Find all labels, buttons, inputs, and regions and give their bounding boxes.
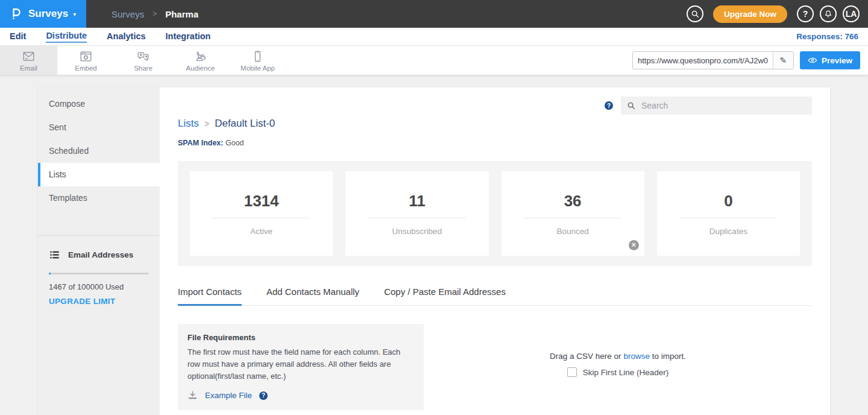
example-file-link[interactable]: Example File [205,391,252,400]
file-requirements-box: File Requirements The first row must hav… [178,324,424,410]
header-actions: Upgrade Now ? LA [687,0,868,28]
survey-url-input[interactable] [633,52,773,69]
breadcrumb-current-survey: Pharma [165,9,198,19]
stat-divider [368,218,465,218]
chevron-down-icon: ▾ [73,11,76,17]
download-icon[interactable] [187,390,198,401]
upgrade-limit-link[interactable]: UPGRADE LIMIT [49,297,115,306]
search-icon[interactable] [687,5,703,22]
toolbar-item[interactable]: Embed [57,46,115,75]
product-switcher[interactable]: Surveys ▾ [0,0,86,28]
notifications-bell-icon[interactable] [820,5,837,22]
usage-progress-bar [49,273,149,274]
help-icon[interactable]: ? [797,5,814,22]
stat-value: 36 [564,192,582,211]
stat-card: 36 Bounced × [502,171,644,256]
questionpro-logo-icon [10,7,23,21]
clear-bounced-icon[interactable]: × [629,240,639,250]
search-row: ? [178,97,812,115]
email-sidebar: Compose Sent Scheduled Lists Templates E… [38,87,160,415]
toolbar-item[interactable]: Share [115,46,172,75]
stat-divider [680,218,777,218]
import-tabs: Import Contacts Add Contacts Manually Co… [178,287,812,306]
app-header: Surveys ▾ Surveys > Pharma Upgrade Now ?… [0,0,868,28]
help-icon[interactable]: ? [259,391,268,400]
responses-count[interactable]: Responses: 766 [796,32,858,41]
email-addresses-section: Email Addresses 1467 of 100000 Used UPGR… [38,236,160,306]
eye-icon [808,55,817,65]
import-content: File Requirements The first row must hav… [178,324,812,410]
breadcrumb-separator: > [153,10,157,18]
lists-main-panel: ? Lists > Default List-0 SPAM Index: Goo… [160,87,830,415]
toolbar-right: ✎ Preview [632,46,868,75]
share-icon [137,50,149,63]
toolbar-item[interactable]: Mobile App [229,46,286,75]
stat-value: 1314 [244,192,279,211]
help-icon[interactable]: ? [605,101,613,110]
breadcrumb-surveys-link[interactable]: Surveys [112,9,144,19]
sidebar-item[interactable]: Scheduled [38,139,160,163]
import-tab[interactable]: Copy / Paste Email Addresses [384,287,506,306]
nav-tab[interactable]: Analytics [107,31,145,42]
upgrade-now-button[interactable]: Upgrade Now [713,5,787,23]
nav-tab[interactable]: Integration [166,31,211,42]
list-stats-panel: 1314 Active 11 Unsubscribed 36 [178,161,812,266]
file-requirements-body: The first row must have the field name f… [187,346,414,382]
search-icon [627,101,635,110]
distribute-toolbar: Email Embed Share $ Audience Mobile App … [0,46,868,75]
sidebar-item[interactable]: Compose [38,92,160,116]
stat-label: Active [250,227,272,236]
stat-card: 11 Unsubscribed [345,171,488,256]
browse-link[interactable]: browse [623,352,650,361]
nav-tab[interactable]: Edit [10,31,26,42]
skip-first-line-row: Skip First Line (Header) [567,367,669,377]
current-list-name: Default List-0 [215,118,275,130]
stat-divider [524,218,621,218]
stat-card: 1314 Active [190,171,333,256]
stat-divider [213,218,310,218]
product-label: Surveys [28,8,68,20]
search-input[interactable] [621,97,812,115]
stat-label: Bounced [556,227,588,236]
list-breadcrumb: Lists > Default List-0 [178,118,812,130]
dropzone-text: Drag a CSV here or browse to import. [424,352,812,361]
spam-index-row: SPAM Index: Good [178,139,812,147]
toolbar-item[interactable]: Email [0,46,57,75]
mobile-app-icon [251,50,264,63]
survey-url-group: ✎ [632,51,794,69]
sidebar-item[interactable]: Sent [38,116,160,139]
sidebar-item[interactable]: Lists [38,163,160,186]
file-requirements-title: File Requirements [187,333,414,342]
search-box [621,97,812,115]
avatar[interactable]: LA [843,5,860,22]
csv-dropzone[interactable]: Drag a CSV here or browse to import. Ski… [424,324,812,410]
stat-value: 0 [724,192,732,211]
lists-link[interactable]: Lists [178,118,199,130]
breadcrumb: Surveys > Pharma [112,0,198,28]
stat-card: 0 Duplicates [657,171,800,256]
usage-text: 1467 of 100000 Used [49,282,149,291]
stat-label: Unsubscribed [392,227,442,236]
skip-first-line-label: Skip First Line (Header) [583,368,669,377]
stat-label: Duplicates [709,227,747,236]
import-tab[interactable]: Import Contacts [178,287,242,306]
spam-index-label[interactable]: SPAM Index: [178,139,223,147]
list-icon [49,249,60,261]
email-addresses-title: Email Addresses [68,250,133,259]
import-tab[interactable]: Add Contacts Manually [266,287,359,306]
email-icon [22,50,35,63]
embed-icon [80,50,92,63]
spam-index-value: Good [225,139,244,147]
edit-url-pencil-icon[interactable]: ✎ [773,52,793,69]
skip-first-line-checkbox[interactable] [567,367,577,377]
stat-value: 11 [409,192,426,211]
audience-icon: $ [194,50,207,63]
breadcrumb-separator: > [204,119,209,128]
nav-tab[interactable]: Distribute [46,31,87,43]
toolbar-item[interactable]: $ Audience [172,46,229,75]
content-wrapper: Compose Sent Scheduled Lists Templates E… [38,87,830,415]
sidebar-item[interactable]: Templates [38,186,160,210]
preview-button[interactable]: Preview [800,51,860,69]
survey-nav: Edit Distribute Analytics Integration Re… [0,28,868,46]
